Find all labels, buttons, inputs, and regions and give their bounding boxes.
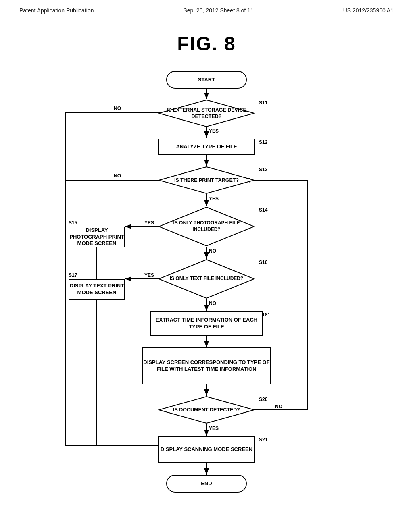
node-s16: IS ONLY TEXT FILE INCLUDED?	[158, 259, 255, 299]
arrow-s13-yes: YES	[209, 196, 219, 202]
arrow-s13-no: NO	[114, 173, 121, 179]
fig-title: FIG. 8	[0, 33, 413, 55]
node-s21: DISPLAY SCANNING MODE SCREEN	[158, 436, 255, 463]
node-start: START	[166, 71, 247, 89]
node-s181: EXTRACT TIME INFORMATION OF EACH TYPE OF…	[150, 311, 263, 336]
header-right: US 2012/235960 A1	[343, 7, 394, 14]
label-s20: S20	[259, 397, 267, 402]
label-s13: S13	[259, 167, 267, 172]
arrow-s11-yes: YES	[209, 128, 219, 134]
node-s11: IS EXTERNAL STORAGE DEVICE DETECTED?	[158, 99, 255, 127]
node-s191: DISPLAY SCREEN CORRESPONDING TO TYPE OF …	[142, 347, 271, 384]
arrow-s16-yes: YES	[144, 272, 154, 278]
label-s14: S14	[259, 207, 267, 213]
arrow-s16-no: NO	[209, 301, 216, 306]
flowchart: START S11 IS EXTERNAL STORAGE DEVICE DET…	[25, 67, 388, 510]
label-s16: S16	[259, 260, 267, 265]
node-s20: IS DOCUMENT DETECTED?	[158, 396, 255, 424]
node-end: END	[166, 475, 247, 493]
node-s13: IS THERE PRINT TARGET?	[158, 166, 255, 194]
label-s21: S21	[259, 437, 267, 443]
label-s12: S12	[259, 139, 267, 145]
arrow-s14-no: NO	[209, 248, 216, 254]
node-s12: ANALYZE TYPE OF FILE	[158, 139, 255, 155]
arrow-s11-no: NO	[114, 106, 121, 111]
label-s17: S17	[69, 272, 77, 278]
header-center: Sep. 20, 2012 Sheet 8 of 11	[183, 7, 253, 14]
arrow-s20-no: NO	[275, 404, 282, 409]
node-s15: DISPLAY PHOTOGRAPH PRINT MODE SCREEN	[69, 227, 125, 247]
node-s14: IS ONLY PHOTOGRAPH FILE INCLUDED?	[158, 206, 255, 247]
arrow-s20-yes: YES	[209, 426, 219, 431]
header-left: Patent Application Publication	[19, 7, 94, 14]
arrow-s14-yes: YES	[144, 220, 154, 226]
node-s17: DISPLAY TEXT PRINT MODE SCREEN	[69, 279, 125, 300]
label-s11: S11	[259, 100, 267, 106]
label-s15: S15	[69, 220, 77, 226]
page-header: Patent Application Publication Sep. 20, …	[0, 0, 413, 18]
